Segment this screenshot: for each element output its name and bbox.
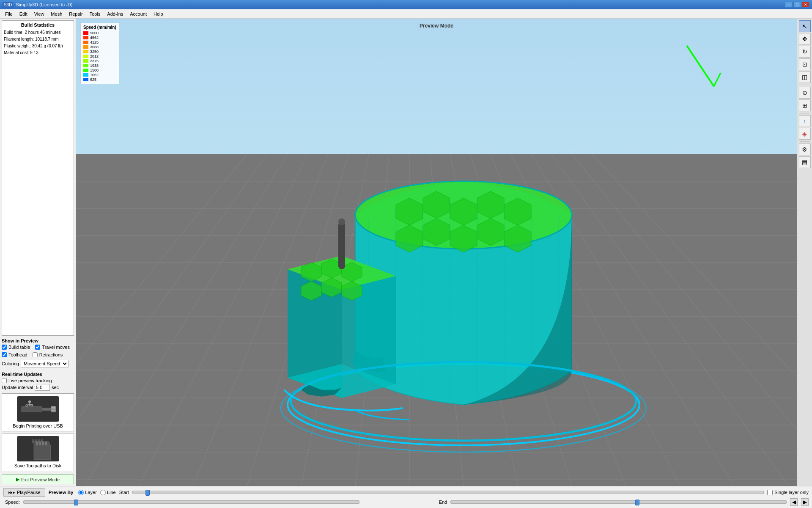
menu-item-add-ins[interactable]: Add-Ins xyxy=(104,11,126,17)
layer-up-button[interactable]: ↑ xyxy=(799,115,811,127)
start-slider-thumb[interactable] xyxy=(145,490,150,496)
main-layout: Build Statistics Build time: 2 hours 46 … xyxy=(0,19,812,486)
usb-print-button[interactable]: Begin Printing over USB xyxy=(2,393,74,431)
end-slider-label: End xyxy=(439,500,447,505)
toolhead-checkbox[interactable] xyxy=(2,352,7,357)
color-button[interactable]: ◈ xyxy=(799,128,811,140)
toolhead-checkbox-row: Toolhead xyxy=(2,352,27,357)
single-layer-row: Single layer only xyxy=(767,490,809,495)
plastic-weight: Plastic weight: 30.42 g (0.07 lb) xyxy=(4,43,72,50)
legend-value: 1500 xyxy=(90,68,99,72)
svg-rect-1 xyxy=(42,408,51,411)
usb-icon xyxy=(17,396,59,422)
single-layer-checkbox[interactable] xyxy=(767,490,773,495)
minimize-button[interactable]: − xyxy=(785,2,793,8)
close-button[interactable]: ✕ xyxy=(802,2,809,8)
play-pause-button[interactable]: ⏮▶ Play/Pause xyxy=(3,488,45,497)
travel-moves-label: Travel moves xyxy=(42,345,70,350)
next-layer-button[interactable]: ▶ xyxy=(801,498,809,506)
svg-point-8 xyxy=(26,405,27,406)
menu-item-file[interactable]: File xyxy=(2,11,16,17)
sd-card-button[interactable]: Save Toolpaths to Disk xyxy=(2,433,74,471)
legend-color-box xyxy=(83,41,88,44)
legend-entry: 2812 xyxy=(83,54,116,58)
menu-item-tools[interactable]: Tools xyxy=(86,11,104,17)
live-preview-checkbox-row: Live preview tracking xyxy=(2,378,74,383)
build-time: Build time: 2 hours 46 minutes xyxy=(4,29,72,36)
sd-button-label: Save Toolpaths to Disk xyxy=(14,463,62,468)
mirror-tool-button[interactable]: ◫ xyxy=(799,71,811,83)
menubar: FileEditViewMeshRepairToolsAdd-InsAccoun… xyxy=(0,9,812,19)
legend-color-box xyxy=(83,55,88,58)
view-fit-button[interactable]: ⊞ xyxy=(799,99,811,111)
exit-preview-button[interactable]: ▶ Exit Preview Mode xyxy=(2,475,74,484)
end-slider-thumb[interactable] xyxy=(635,500,639,505)
coloring-select[interactable]: Movement Speed Feature Type Temperature xyxy=(21,360,69,367)
sd-icon xyxy=(17,436,59,461)
speed-legend-title: Speed (mm/min) xyxy=(83,25,116,30)
legend-entry: 2375 xyxy=(83,59,116,63)
filament-length: Filament length: 10118.7 mm xyxy=(4,36,72,43)
update-interval-unit: sec xyxy=(52,385,59,390)
start-slider-track[interactable] xyxy=(132,491,764,494)
menu-item-account[interactable]: Account xyxy=(126,11,150,17)
menu-item-help[interactable]: Help xyxy=(150,11,167,17)
legend-color-box xyxy=(83,45,88,49)
titlebar: S3D Simplify3D (Licensed to -D) − □ ✕ xyxy=(0,0,812,9)
menu-item-repair[interactable]: Repair xyxy=(66,11,86,17)
update-interval-input[interactable] xyxy=(35,384,50,391)
app-icon: S3D xyxy=(3,2,13,8)
menu-item-edit[interactable]: Edit xyxy=(16,11,31,17)
legend-entry: 3250 xyxy=(83,50,116,54)
legend-value: 1938 xyxy=(90,64,99,68)
legend-entry: 5000 xyxy=(83,31,116,35)
retractions-checkbox[interactable] xyxy=(33,352,38,357)
svg-rect-0 xyxy=(21,406,42,412)
rotate-tool-button[interactable]: ↻ xyxy=(799,46,811,58)
end-slider-track[interactable] xyxy=(450,500,787,504)
play-pause-label: Play/Pause xyxy=(17,490,41,495)
menu-item-mesh[interactable]: Mesh xyxy=(47,11,66,17)
settings-button[interactable]: ⚙ xyxy=(799,144,811,155)
view-home-button[interactable]: ⊙ xyxy=(799,87,811,99)
toolbar-separator-2 xyxy=(800,113,810,113)
preview-by-label: Preview By xyxy=(49,490,74,495)
speed-slider-thumb[interactable] xyxy=(74,500,78,505)
travel-moves-checkbox-row: Travel moves xyxy=(35,345,70,350)
legend-value: 3688 xyxy=(90,45,99,49)
legend-value: 4562 xyxy=(90,36,99,40)
legend-color-box xyxy=(83,59,88,63)
titlebar-controls[interactable]: − □ ✕ xyxy=(785,2,809,8)
retractions-checkbox-row: Retractions xyxy=(33,352,63,357)
legend-entry: 1062 xyxy=(83,73,116,77)
titlebar-title: Simplify3D (Licensed to -D) xyxy=(16,2,72,7)
legend-entry: 4125 xyxy=(83,40,116,44)
build-table-checkbox[interactable] xyxy=(2,345,7,350)
menu-item-view[interactable]: View xyxy=(31,11,48,17)
build-statistics-panel: Build Statistics Build time: 2 hours 46 … xyxy=(2,20,74,336)
right-toolbar: ↖ ✥ ↻ ⊡ ◫ ⊙ ⊞ ↑ ◈ ⚙ ▤ xyxy=(797,19,812,486)
svg-rect-3 xyxy=(52,407,55,409)
layer-radio-label: Layer xyxy=(85,490,97,495)
line-radio[interactable] xyxy=(100,490,106,495)
travel-moves-checkbox[interactable] xyxy=(35,345,40,350)
prev-layer-button[interactable]: ◀ xyxy=(790,498,798,506)
scale-tool-button[interactable]: ⊡ xyxy=(799,58,811,70)
speed-slider-track[interactable] xyxy=(23,500,359,504)
select-tool-button[interactable]: ↖ xyxy=(799,20,811,32)
layer-radio[interactable] xyxy=(78,490,84,495)
maximize-button[interactable]: □ xyxy=(793,2,801,8)
single-layer-label: Single layer only xyxy=(774,490,809,495)
retractions-label: Retractions xyxy=(39,352,63,357)
build-stats-title: Build Statistics xyxy=(4,22,72,28)
live-preview-checkbox[interactable] xyxy=(2,378,7,383)
live-preview-label: Live preview tracking xyxy=(8,378,52,383)
svg-point-78 xyxy=(338,218,345,225)
build-plate-button[interactable]: ▤ xyxy=(799,156,811,168)
svg-rect-9 xyxy=(31,405,33,406)
move-tool-button[interactable]: ✥ xyxy=(799,33,811,45)
viewport[interactable]: Preview Mode Speed (mm/min) 500045624125… xyxy=(76,19,797,486)
3d-scene[interactable] xyxy=(76,19,797,486)
speed-legend: Speed (mm/min) 5000456241253688325028122… xyxy=(80,23,119,84)
preview-mode-label: Preview Mode xyxy=(420,23,453,29)
